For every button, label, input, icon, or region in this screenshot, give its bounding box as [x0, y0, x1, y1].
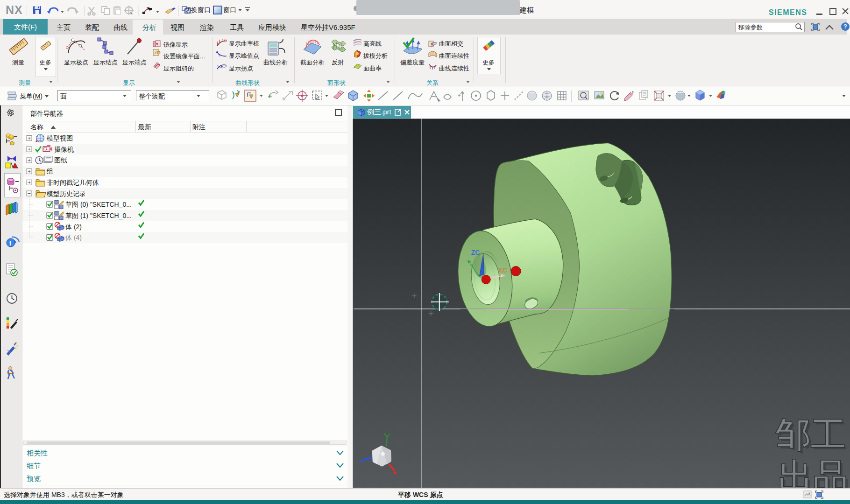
- svg-text:邹工: 邹工: [776, 415, 846, 454]
- svg-text:5: 5: [156, 42, 158, 46]
- svg-text:图纸: 图纸: [54, 156, 67, 164]
- svg-text:ZC: ZC: [471, 249, 480, 256]
- svg-text:摄像机: 摄像机: [54, 146, 74, 153]
- svg-text:草图 (1) "SKETCH_0...: 草图 (1) "SKETCH_0...: [65, 212, 132, 219]
- svg-text:模型历史记录: 模型历史记录: [46, 190, 86, 197]
- svg-text:草图 (0) "SKETCH_0...: 草图 (0) "SKETCH_0...: [65, 201, 132, 208]
- svg-text:组: 组: [46, 168, 53, 175]
- svg-text:出品: 出品: [778, 456, 848, 488]
- svg-text:模型视图: 模型视图: [46, 134, 73, 142]
- svg-text:体 (2): 体 (2): [65, 223, 82, 231]
- svg-text:i: i: [9, 240, 11, 247]
- svg-text:体 (4): 体 (4): [65, 234, 82, 241]
- svg-text:非时间戳记几何体: 非时间戳记几何体: [47, 179, 99, 186]
- svg-text:XC: XC: [498, 266, 507, 274]
